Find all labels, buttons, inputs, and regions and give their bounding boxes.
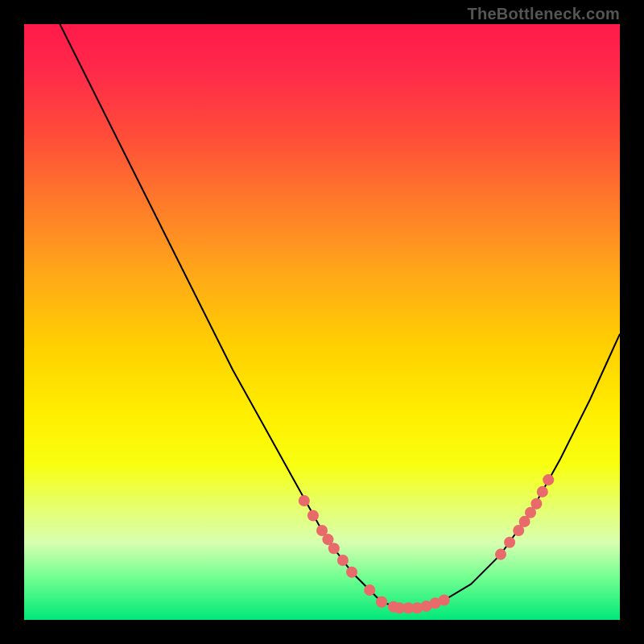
svg-point-16 [439, 595, 450, 606]
svg-point-1 [308, 510, 319, 521]
chart-svg [24, 24, 620, 620]
svg-point-6 [346, 567, 357, 578]
marker-cluster-left [299, 495, 387, 608]
svg-point-18 [504, 537, 515, 548]
marker-cluster-right [495, 474, 554, 560]
svg-point-23 [537, 486, 548, 497]
svg-point-0 [299, 495, 310, 506]
svg-point-7 [364, 584, 375, 596]
svg-point-22 [530, 498, 542, 510]
curve-line [60, 24, 620, 608]
plot-area [24, 24, 620, 620]
svg-point-9 [376, 597, 387, 608]
chart-container: TheBottleneck.com [0, 0, 644, 644]
svg-point-17 [495, 549, 506, 560]
svg-point-24 [543, 474, 554, 485]
svg-point-4 [328, 543, 340, 554]
svg-point-5 [337, 555, 349, 566]
watermark-text: TheBottleneck.com [467, 5, 620, 23]
